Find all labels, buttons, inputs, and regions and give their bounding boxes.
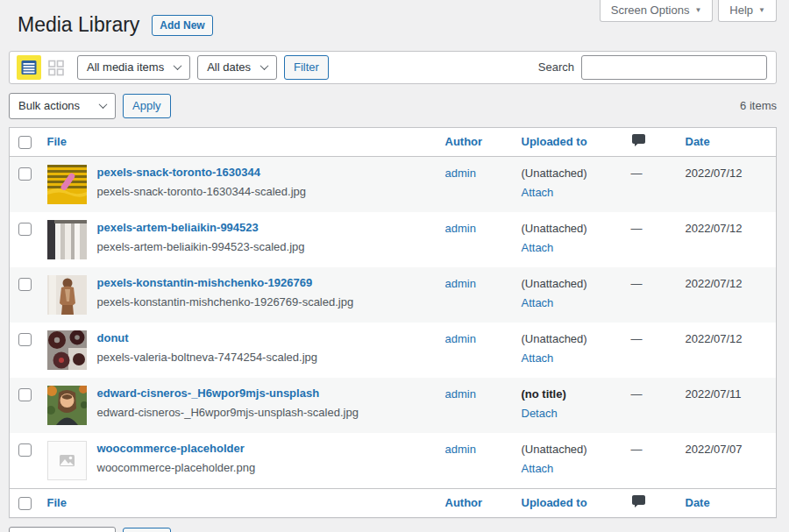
table-row: donut pexels-valeria-boltneva-7474254-sc… <box>10 323 777 378</box>
comments-value: — <box>631 222 643 235</box>
media-thumbnail[interactable] <box>47 275 87 315</box>
column-header-uploaded-to: Uploaded to <box>513 127 622 156</box>
row-checkbox[interactable] <box>18 388 32 401</box>
help-button[interactable]: Help ▼ <box>718 0 777 22</box>
attach-link[interactable]: Attach <box>522 184 614 202</box>
upload-date: 2022/07/12 <box>677 267 777 323</box>
media-type-filter-select[interactable]: All media items <box>77 55 190 80</box>
upload-date: 2022/07/12 <box>677 157 777 213</box>
screen-options-button[interactable]: Screen Options ▼ <box>600 0 714 22</box>
comments-value: — <box>631 167 643 180</box>
comments-value: — <box>631 277 643 290</box>
media-thumbnail[interactable] <box>47 220 87 259</box>
table-row: pexels-konstantin-mishchenko-1926769 pex… <box>10 267 777 323</box>
uploaded-status: (Unattached) <box>522 330 614 348</box>
page-title: Media Library <box>18 12 139 39</box>
select-all-checkbox[interactable] <box>18 136 32 149</box>
author-link[interactable]: admin <box>445 222 476 235</box>
media-thumbnail[interactable] <box>47 386 87 425</box>
date-filter-select[interactable]: All dates <box>197 55 277 80</box>
search-label: Search <box>538 60 574 74</box>
apply-button-top[interactable]: Apply <box>123 94 171 118</box>
media-title-link[interactable]: woocommerce-placeholder <box>97 441 256 457</box>
upload-date: 2022/07/11 <box>677 378 777 433</box>
row-checkbox[interactable] <box>18 167 32 181</box>
author-link[interactable]: admin <box>445 277 476 290</box>
comments-column-icon <box>631 498 646 511</box>
grid-view-icon[interactable] <box>47 59 65 76</box>
list-view-icon[interactable] <box>20 59 38 76</box>
column-header-date[interactable]: Date <box>677 127 777 156</box>
media-thumbnail[interactable] <box>47 165 87 204</box>
attach-link[interactable]: Attach <box>522 239 614 257</box>
media-filename: pexels-valeria-boltneva-7474254-scaled.j… <box>97 349 318 366</box>
media-title-link[interactable]: pexels-konstantin-mishchenko-1926769 <box>97 275 354 291</box>
dropdown-arrow-icon: ▼ <box>758 7 765 14</box>
dropdown-arrow-icon: ▼ <box>694 7 701 14</box>
column-footer-date[interactable]: Date <box>677 489 777 518</box>
items-count-top: 6 items <box>740 99 777 112</box>
media-type-filter-value: All media items <box>87 60 164 74</box>
chevron-down-icon <box>99 101 108 110</box>
uploaded-status: (no title) <box>522 386 614 403</box>
date-filter-value: All dates <box>207 60 251 74</box>
help-label: Help <box>729 4 753 17</box>
author-link[interactable]: admin <box>445 332 476 345</box>
column-footer-file[interactable]: File <box>39 489 437 518</box>
add-new-button[interactable]: Add New <box>152 15 212 37</box>
row-checkbox[interactable] <box>18 333 32 346</box>
upload-date: 2022/07/07 <box>677 433 777 489</box>
select-all-checkbox[interactable] <box>18 497 32 510</box>
media-filename: pexels-konstantin-mishchenko-1926769-sca… <box>97 294 354 311</box>
bulk-actions-select-top[interactable]: Bulk actions <box>9 93 116 119</box>
screen-meta: Screen Options ▼ Help ▼ <box>600 0 777 22</box>
bulk-actions-value: Bulk actions <box>18 99 80 112</box>
media-table: File Author Uploaded to Date <box>9 127 777 518</box>
media-thumbnail[interactable] <box>47 441 87 480</box>
table-footer: File Author Uploaded to Date <box>10 489 777 518</box>
filter-bar: All media items All dates Filter Search <box>9 51 777 84</box>
uploaded-status: (Unattached) <box>522 220 614 238</box>
table-header: File Author Uploaded to Date <box>10 127 777 156</box>
media-title-link[interactable]: donut <box>97 330 318 346</box>
media-filename: edward-cisneros-_H6wpor9mjs-unsplash-sca… <box>97 404 359 422</box>
media-title-link[interactable]: pexels-snack-toronto-1630344 <box>97 165 306 181</box>
uploaded-status: (Unattached) <box>522 275 614 293</box>
bulk-actions-select-bottom[interactable]: Bulk actions <box>9 527 116 532</box>
media-filename: pexels-snack-toronto-1630344-scaled.jpg <box>97 183 306 201</box>
media-title-link[interactable]: edward-cisneros-_H6wpor9mjs-unsplash <box>97 386 359 401</box>
column-footer-author: Author <box>437 489 513 518</box>
apply-button-bottom[interactable]: Apply <box>123 528 171 532</box>
row-checkbox[interactable] <box>18 278 32 291</box>
comments-column-icon <box>631 137 646 150</box>
search-area: Search <box>538 55 767 80</box>
table-body: pexels-snack-toronto-1630344 pexels-snac… <box>10 157 777 489</box>
row-checkbox[interactable] <box>18 223 32 236</box>
table-row: edward-cisneros-_H6wpor9mjs-unsplash edw… <box>10 378 777 433</box>
detach-link[interactable]: Detach <box>522 405 614 422</box>
tablenav-bottom: Bulk actions Apply 6 items <box>9 527 777 532</box>
search-input[interactable] <box>581 55 767 80</box>
upload-date: 2022/07/12 <box>677 212 777 267</box>
media-thumbnail[interactable] <box>47 330 87 370</box>
filter-controls: All media items All dates Filter <box>17 55 329 80</box>
media-filename: pexels-artem-beliaikin-994523-scaled.jpg <box>97 238 305 256</box>
author-link[interactable]: admin <box>445 443 476 456</box>
filter-button[interactable]: Filter <box>284 55 329 80</box>
column-header-file[interactable]: File <box>39 127 437 156</box>
list-view-highlight-annotation <box>17 55 41 80</box>
attach-link[interactable]: Attach <box>522 350 614 367</box>
comments-value: — <box>631 443 643 456</box>
media-title-link[interactable]: pexels-artem-beliaikin-994523 <box>97 220 305 236</box>
attach-link[interactable]: Attach <box>522 294 614 312</box>
attach-link[interactable]: Attach <box>522 460 614 478</box>
author-link[interactable]: admin <box>445 387 476 401</box>
table-row: pexels-snack-toronto-1630344 pexels-snac… <box>10 157 777 213</box>
author-link[interactable]: admin <box>445 167 476 180</box>
row-checkbox[interactable] <box>18 443 32 457</box>
chevron-down-icon <box>174 62 182 71</box>
media-filename: woocommerce-placeholder.png <box>97 459 256 477</box>
tablenav-top: Bulk actions Apply 6 items <box>9 93 777 119</box>
media-library-page: Media Library Add New <box>0 0 789 532</box>
screen-options-label: Screen Options <box>611 4 690 17</box>
